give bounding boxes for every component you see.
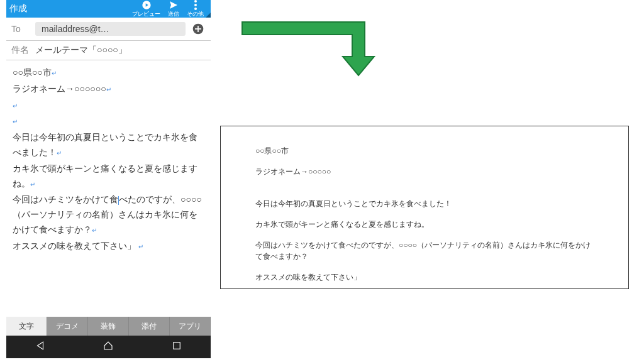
editor-tabs: 文字 デコメ 装飾 添付 アプリ: [6, 317, 211, 336]
output-line-4: カキ氷で頭がキーンと痛くなると夏を感じますね。: [255, 219, 594, 230]
corner-indicator: [206, 13, 211, 18]
more-button[interactable]: その他: [183, 0, 208, 18]
output-line-3: 今日は今年初の真夏日ということでカキ氷を食べました！: [255, 198, 594, 209]
output-line-1: ○○県○○市: [255, 145, 594, 156]
email-body-editor[interactable]: ○○県○○市↵ ラジオネーム→○○○○○○↵ ↵ ↵ 今日は今年初の真夏日という…: [6, 60, 211, 317]
compose-header: 作成 プレビュー 送信 その他: [6, 0, 211, 18]
body-line-3: 今日は今年初の真夏日ということでカキ氷を食べました！: [13, 132, 197, 157]
subject-label: 件名: [11, 45, 35, 56]
tab-style[interactable]: 装飾: [88, 317, 129, 336]
output-line-2: ラジオネーム→○○○○○: [255, 166, 594, 177]
preview-label: プレビュー: [132, 10, 160, 18]
recent-button[interactable]: [171, 340, 182, 354]
send-button[interactable]: 送信: [164, 0, 183, 18]
android-navbar: [6, 336, 211, 358]
screen-title: 作成: [9, 3, 128, 14]
body-line-2: ラジオネーム→○○○○○○: [13, 84, 106, 94]
tab-deco[interactable]: デコメ: [47, 317, 88, 336]
svg-rect-8: [195, 28, 201, 30]
home-button[interactable]: [103, 340, 114, 354]
to-address-chip[interactable]: mailaddress@t…: [35, 22, 186, 36]
subject-input[interactable]: メールテーマ「○○○○」: [35, 45, 127, 56]
output-preview: ○○県○○市 ラジオネーム→○○○○○ 今日は今年初の真夏日ということでカキ氷を…: [220, 126, 629, 289]
svg-point-3: [194, 0, 197, 3]
other-label: その他: [187, 10, 204, 18]
svg-point-4: [194, 4, 197, 6]
add-recipient-button[interactable]: [191, 21, 206, 36]
to-row: To mailaddress@t…: [6, 18, 211, 41]
tab-text[interactable]: 文字: [6, 317, 47, 336]
arrow-icon: [239, 19, 384, 79]
body-line-1: ○○県○○市: [13, 67, 52, 77]
output-line-5: 今回はハチミツをかけて食べたのですが、○○○○（パーソナリティの名前）さんはカキ…: [255, 239, 594, 262]
tab-app[interactable]: アプリ: [170, 317, 211, 336]
preview-button[interactable]: プレビュー: [128, 0, 164, 18]
subject-row[interactable]: 件名 メールテーマ「○○○○」: [6, 41, 211, 60]
body-line-6: オススメの味を教えて下さい」: [13, 241, 136, 251]
header-actions: プレビュー 送信 その他: [128, 0, 208, 18]
svg-rect-10: [174, 343, 180, 349]
output-line-6: オススメの味を教えて下さい」: [255, 272, 594, 283]
back-button[interactable]: [35, 340, 46, 354]
tab-attach[interactable]: 添付: [129, 317, 170, 336]
email-compose-screen: 作成 プレビュー 送信 その他 To mailaddress@t… 件名 メール…: [6, 0, 211, 358]
to-label: To: [11, 24, 35, 34]
svg-marker-2: [170, 1, 177, 9]
send-label: 送信: [168, 10, 179, 18]
svg-marker-9: [38, 342, 43, 349]
body-line-4: カキ氷で頭がキーンと痛くなると夏を感じますね。: [13, 163, 197, 189]
